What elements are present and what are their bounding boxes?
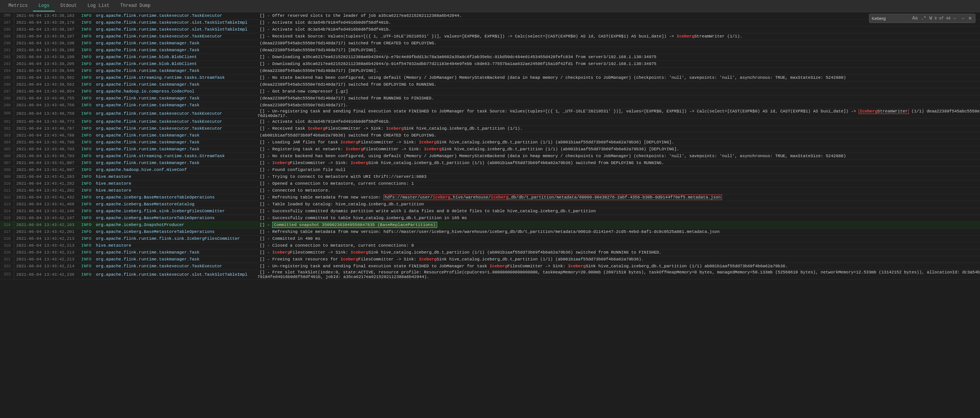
table-row[interactable]: 3222021-06-04 13:43:42,214INFOorg.apache… [0,263,980,270]
table-row[interactable]: 2872021-06-04 13:43:39,178INFOorg.apache… [0,19,980,26]
line-number: 314 [0,208,14,215]
line-number: 307 [0,159,14,166]
log-level: INFO [80,263,93,270]
log-timestamp: 2021-06-04 13:43:41,282 [14,180,80,187]
log-level: INFO [80,228,93,235]
table-row[interactable]: 2952021-06-04 13:43:39,562INFOorg.apache… [0,74,980,81]
table-row[interactable]: 3032021-06-04 13:43:40,788INFOorg.apache… [0,132,980,139]
table-row[interactable]: 3072021-06-04 13:43:41,007INFOorg.apache… [0,159,980,166]
log-timestamp: 2021-06-04 13:43:42,213 [14,242,80,249]
line-number: 296 [0,81,14,88]
line-number: 303 [0,132,14,139]
log-message: (deaa22389f545abc5550e76d140da717) switc… [257,95,980,102]
log-class: org.apache.flink.runtime.taskexecutor.Ta… [93,118,257,125]
log-level: INFO [80,201,93,208]
log-timestamp: 2021-06-04 13:43:40,787 [14,125,80,132]
table-row[interactable]: 2882021-06-04 13:43:39,187INFOorg.apache… [0,26,980,33]
log-class: org.apache.hadoop.hive.conf.HiveConf [93,166,257,173]
log-message: (deaa22389f545abc5550e76d140da717) [DEPL… [257,47,980,54]
table-row[interactable]: 3052021-06-04 13:43:40,793INFOorg.apache… [0,146,980,153]
table-row[interactable]: 3232021-06-04 13:43:42,236INFOorg.apache… [0,270,980,279]
log-message: [] - Committed in 490 ms [257,235,980,242]
table-row[interactable]: 2902021-06-04 13:43:39,198INFOorg.apache… [0,40,980,47]
log-level: INFO [80,132,93,139]
log-class: org.apache.iceberg.BaseMetastoreCatalog [93,201,257,208]
table-row[interactable]: 3132021-06-04 13:43:41,466INFOorg.apache… [0,201,980,208]
table-row[interactable]: 3122021-06-04 13:43:41,432INFOorg.apache… [0,194,980,201]
tab-logs[interactable]: Logs [33,1,55,11]
log-class: hive.metastore [93,187,257,194]
regex-btn[interactable]: .* [920,16,927,21]
search-close-btn[interactable]: ✕ [967,16,973,21]
table-row[interactable]: 3212021-06-04 13:43:42,213INFOorg.apache… [0,256,980,263]
log-level: INFO [80,67,93,74]
line-number: 290 [0,40,14,47]
table-row[interactable]: 2932021-06-04 13:43:39,205INFOorg.apache… [0,60,980,67]
log-level: INFO [80,74,93,81]
table-row[interactable]: 3002021-06-04 13:43:40,759INFOorg.apache… [0,109,980,118]
match-case-btn[interactable]: Aa [911,16,918,21]
table-row[interactable]: 3162021-06-04 13:43:42,163INFOorg.apache… [0,221,980,228]
table-row[interactable]: 3142021-06-04 13:43:42,146INFOorg.apache… [0,208,980,215]
table-row[interactable]: 3012021-06-04 13:43:40,773INFOorg.apache… [0,118,980,125]
log-message: [] - Downloading a35ca6217ea621528211238… [257,54,980,60]
table-row[interactable]: 3062021-06-04 13:43:40,793INFOorg.apache… [0,153,980,159]
log-message: (deaa22389f545abc5550e76d140da717). [257,102,980,109]
table-row[interactable]: 2892021-06-04 13:43:39,197INFOorg.apache… [0,33,980,40]
table-row[interactable]: 3152021-06-04 13:43:42,147INFOorg.apache… [0,215,980,221]
log-level: INFO [80,270,93,279]
line-number: 308 [0,166,14,173]
word-btn[interactable]: W [929,16,933,21]
log-level: INFO [80,139,93,146]
log-class: org.apache.flink.runtime.blob.BlobClient [93,60,257,67]
table-row[interactable]: 2942021-06-04 13:43:39,546INFOorg.apache… [0,67,980,74]
log-class: org.apache.flink.runtime.taskexecutor.Ta… [93,12,257,19]
table-row[interactable]: 2922021-06-04 13:43:39,199INFOorg.apache… [0,54,980,60]
tab-metrics[interactable]: Metrics [3,1,33,11]
line-number: 287 [0,19,14,26]
table-row[interactable]: 2982021-06-04 13:43:40,755INFOorg.apache… [0,95,980,102]
log-timestamp: 2021-06-04 13:43:41,283 [14,173,80,180]
table-row[interactable]: 3042021-06-04 13:43:40,788INFOorg.apache… [0,139,980,146]
log-timestamp: 2021-06-04 13:43:40,793 [14,146,80,153]
table-row[interactable]: 2862021-06-04 13:43:39,163INFOorg.apache… [0,12,980,19]
log-class: org.apache.flink.runtime.taskexecutor.sl… [93,270,257,279]
search-next-btn[interactable]: → [960,16,966,21]
table-row[interactable]: 3172021-06-04 13:43:42,201INFOorg.apache… [0,228,980,235]
table-row[interactable]: 2972021-06-04 13:43:40,054INFOorg.apache… [0,88,980,95]
search-count: 9 of 48 [934,16,951,21]
log-timestamp: 2021-06-04 13:43:42,146 [14,208,80,215]
tab-stdout[interactable]: Stdout [55,1,82,11]
table-row[interactable]: 3082021-06-04 13:43:41,007INFOorg.apache… [0,166,980,173]
log-message: [] - Successfully committed to table hiv… [257,215,980,221]
table-row[interactable]: 3192021-06-04 13:43:42,213INFOhive.metas… [0,242,980,249]
log-message: [] - Activate slot dc3a54b79184fed4916b0… [257,26,980,33]
table-row[interactable]: 3092021-06-04 13:43:41,283INFOhive.metas… [0,173,980,180]
table-row[interactable]: 3112021-06-04 13:43:41,282INFOhive.metas… [0,187,980,194]
log-level: INFO [80,81,93,88]
log-message: (deaa22389f545abc5550e76d140da717) [DEPL… [257,67,980,74]
table-row[interactable]: 3022021-06-04 13:43:40,787INFOorg.apache… [0,125,980,132]
log-class: org.apache.iceberg.BaseMetastoreTableOpe… [93,215,257,221]
line-number: 291 [0,47,14,54]
log-level: INFO [80,12,93,19]
line-number: 305 [0,146,14,153]
table-row[interactable]: 3102021-06-04 13:43:41,282INFOhive.metas… [0,180,980,187]
tab-thread-dump[interactable]: Thread Dump [115,1,156,11]
table-row[interactable]: 2992021-06-04 13:43:40,756INFOorg.apache… [0,102,980,109]
log-container[interactable]: 2862021-06-04 13:43:39,163INFOorg.apache… [0,12,980,418]
log-level: INFO [80,242,93,249]
table-row[interactable]: 2962021-06-04 13:43:39,562INFOorg.apache… [0,81,980,88]
table-row[interactable]: 3202021-06-04 13:43:42,213INFOorg.apache… [0,249,980,256]
line-number: 299 [0,102,14,109]
log-timestamp: 2021-06-04 13:43:39,187 [14,26,80,33]
log-message: [] - Got brand-new compressor [.gz] [257,88,980,95]
line-number: 293 [0,60,14,67]
log-message: [] - Activate slot dc3a54b79184fed4916b0… [257,118,980,125]
tab-log-list[interactable]: Log List [82,1,115,11]
search-prev-btn[interactable]: ← [952,16,958,21]
table-row[interactable]: 3182021-06-04 13:43:42,213INFOorg.apache… [0,235,980,242]
table-row[interactable]: 2912021-06-04 13:43:39,198INFOorg.apache… [0,47,980,54]
search-input[interactable]: Iceberg [872,16,910,21]
log-level: INFO [80,194,93,201]
